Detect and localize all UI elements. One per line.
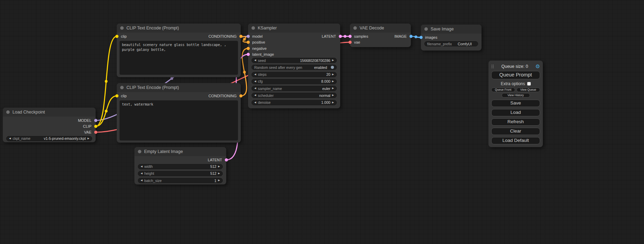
link-midpoint-dot bbox=[243, 38, 246, 41]
random-seed-toggle-widget[interactable]: Random seed after every gen enabled bbox=[252, 65, 337, 70]
input-label-images: images bbox=[425, 35, 437, 39]
node-load-checkpoint[interactable]: Load Checkpoint MODEL CLIP VAE ◀ ckpt_na… bbox=[3, 108, 96, 142]
menu-drag-handle-icon[interactable] bbox=[491, 64, 494, 69]
slot-row: vae bbox=[350, 39, 411, 46]
prev-arrow-icon[interactable]: ◀ bbox=[254, 87, 256, 90]
input-slot-images[interactable] bbox=[420, 36, 423, 39]
cfg-widget[interactable]: ◀ cfg 8.000 ▶ bbox=[252, 79, 337, 84]
node-title-bar[interactable]: KSampler bbox=[248, 24, 340, 33]
collapse-dot-icon[interactable] bbox=[353, 26, 357, 30]
node-save-image[interactable]: Save Image images filename_prefix ComfyU… bbox=[421, 25, 482, 51]
input-slot-clip[interactable] bbox=[115, 94, 118, 98]
node-title-bar[interactable]: CLIP Text Encode (Prompt) bbox=[117, 83, 241, 92]
prev-arrow-icon[interactable]: ◀ bbox=[141, 172, 142, 175]
collapse-dot-icon[interactable] bbox=[6, 110, 10, 114]
input-slot-latent-image[interactable] bbox=[247, 53, 250, 56]
node-vae-decode[interactable]: VAE Decode samples IMAGE vae bbox=[350, 24, 411, 47]
link-midpoint-dot bbox=[105, 110, 108, 112]
node-title: Save Image bbox=[431, 27, 454, 31]
width-widget[interactable]: ◀ width 512 ▶ bbox=[138, 164, 223, 169]
node-title-bar[interactable]: VAE Decode bbox=[350, 24, 411, 33]
node-title: Load Checkpoint bbox=[12, 110, 45, 115]
prev-arrow-icon[interactable]: ◀ bbox=[141, 165, 142, 168]
prev-arrow-icon[interactable]: ◀ bbox=[254, 73, 256, 76]
link-midpoint-dot bbox=[344, 35, 346, 38]
collapse-dot-icon[interactable] bbox=[252, 26, 255, 30]
prev-arrow-icon[interactable]: ◀ bbox=[254, 59, 256, 62]
next-arrow-icon[interactable]: ▶ bbox=[332, 94, 334, 97]
output-slot-conditioning[interactable] bbox=[239, 35, 242, 38]
output-slot-latent[interactable] bbox=[225, 159, 228, 162]
next-arrow-icon[interactable]: ▶ bbox=[332, 87, 334, 90]
prev-arrow-icon[interactable]: ◀ bbox=[9, 137, 11, 140]
output-slot-conditioning[interactable] bbox=[239, 94, 242, 98]
collapse-dot-icon[interactable] bbox=[424, 27, 428, 31]
output-slot-latent[interactable] bbox=[339, 35, 342, 38]
output-slot-vae[interactable] bbox=[94, 131, 97, 134]
link-midpoint-dot bbox=[415, 36, 417, 38]
sampler-name-widget[interactable]: ◀ sampler_name euler ▶ bbox=[252, 86, 337, 91]
node-ksampler[interactable]: KSampler model LATENT positive negative … bbox=[248, 24, 340, 108]
input-slot-model[interactable] bbox=[247, 35, 250, 38]
output-label-conditioning: CONDITIONING bbox=[209, 34, 237, 38]
denoise-widget[interactable]: ◀ denoise 1.000 ▶ bbox=[252, 100, 337, 105]
prev-arrow-icon[interactable]: ◀ bbox=[254, 94, 256, 97]
node-empty-latent-image[interactable]: Empty Latent Image LATENT ◀ width 512 ▶ … bbox=[134, 147, 226, 184]
output-slot-model[interactable] bbox=[94, 119, 97, 122]
widget-label: batch_size bbox=[144, 179, 161, 183]
prev-arrow-icon[interactable]: ◀ bbox=[141, 179, 142, 182]
seed-widget[interactable]: ◀ seed 156680208700286 ▶ bbox=[252, 58, 337, 63]
prev-arrow-icon[interactable]: ◀ bbox=[254, 101, 256, 104]
view-queue-button[interactable]: View Queue bbox=[517, 88, 540, 92]
prev-arrow-icon[interactable]: ◀ bbox=[254, 80, 256, 83]
input-slot-clip[interactable] bbox=[115, 35, 118, 38]
load-button[interactable]: Load bbox=[491, 109, 540, 116]
next-arrow-icon[interactable]: ▶ bbox=[332, 73, 334, 76]
collapse-dot-icon[interactable] bbox=[120, 26, 124, 30]
collapse-dot-icon[interactable] bbox=[120, 86, 124, 89]
batch-size-widget[interactable]: ◀ batch_size 1 ▶ bbox=[138, 178, 223, 183]
next-arrow-icon[interactable]: ▶ bbox=[332, 59, 334, 62]
queue-prompt-button[interactable]: Queue Prompt bbox=[491, 71, 540, 79]
node-title: CLIP Text Encode (Prompt) bbox=[126, 26, 179, 30]
settings-gear-icon[interactable]: ⚙ bbox=[536, 64, 540, 69]
next-arrow-icon[interactable]: ▶ bbox=[332, 101, 334, 104]
node-title-bar[interactable]: CLIP Text Encode (Prompt) bbox=[117, 24, 241, 33]
save-button[interactable]: Save bbox=[491, 100, 540, 107]
collapse-dot-icon[interactable] bbox=[138, 150, 141, 153]
ckpt-name-widget[interactable]: ◀ ckpt_name v1-5-pruned-emaonly.ckpt ▶ bbox=[6, 136, 92, 141]
output-slot-clip[interactable] bbox=[94, 125, 97, 128]
input-slot-vae[interactable] bbox=[349, 41, 352, 44]
next-arrow-icon[interactable]: ▶ bbox=[218, 172, 220, 175]
input-slot-negative[interactable] bbox=[247, 47, 250, 50]
toggle-knob-icon[interactable] bbox=[331, 66, 334, 69]
output-slot-image[interactable] bbox=[409, 35, 413, 38]
steps-widget[interactable]: ◀ steps 20 ▶ bbox=[252, 72, 337, 77]
next-arrow-icon[interactable]: ▶ bbox=[332, 80, 334, 83]
node-title-bar[interactable]: Empty Latent Image bbox=[134, 147, 226, 156]
filename-prefix-widget[interactable]: filename_prefix ComfyUI bbox=[424, 41, 478, 46]
link-midpoint-dot bbox=[105, 80, 108, 83]
refresh-button[interactable]: Refresh bbox=[491, 118, 540, 126]
node-title-bar[interactable]: Save Image bbox=[421, 25, 482, 34]
input-slot-samples[interactable] bbox=[349, 35, 352, 38]
next-arrow-icon[interactable]: ▶ bbox=[218, 165, 220, 168]
node-clip-text-encode-positive[interactable]: CLIP Text Encode (Prompt) clip CONDITION… bbox=[117, 24, 241, 77]
next-arrow-icon[interactable]: ▶ bbox=[88, 137, 89, 140]
view-history-button[interactable]: View History bbox=[502, 93, 530, 98]
scheduler-widget[interactable]: ◀ scheduler normal ▶ bbox=[252, 93, 337, 98]
clear-button[interactable]: Clear bbox=[491, 128, 540, 135]
node-clip-text-encode-negative[interactable]: CLIP Text Encode (Prompt) clip CONDITION… bbox=[117, 83, 241, 143]
input-slot-positive[interactable] bbox=[247, 41, 250, 44]
queue-front-button[interactable]: Queue Front bbox=[491, 88, 515, 92]
height-widget[interactable]: ◀ height 512 ▶ bbox=[138, 171, 223, 176]
slot-row: positive bbox=[248, 39, 340, 46]
load-default-button[interactable]: Load Default bbox=[491, 137, 540, 144]
prompt-textarea[interactable]: beautiful scenery nature glass bottle la… bbox=[120, 41, 238, 75]
graph-canvas[interactable]: { "colors": { "model": "#B39DDB", "clip"… bbox=[0, 0, 644, 244]
node-title-bar[interactable]: Load Checkpoint bbox=[3, 108, 96, 117]
prompt-textarea[interactable]: text, watermark bbox=[120, 100, 238, 141]
next-arrow-icon[interactable]: ▶ bbox=[218, 179, 220, 182]
output-label-vae: VAE bbox=[84, 130, 91, 134]
extra-options-checkbox[interactable] bbox=[527, 82, 531, 85]
